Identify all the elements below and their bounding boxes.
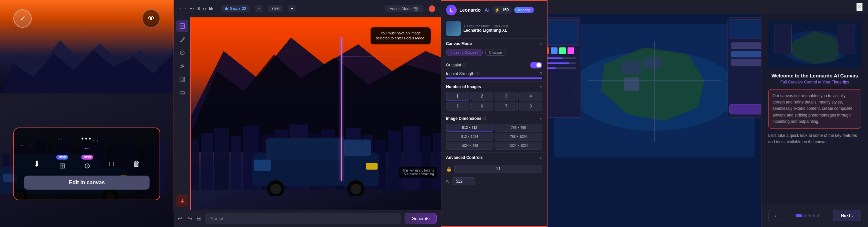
download-icon: ⬇ bbox=[33, 159, 40, 169]
svg-point-67 bbox=[271, 184, 281, 194]
redo-button[interactable]: ↪ bbox=[187, 215, 192, 222]
left-toolbar bbox=[174, 18, 191, 209]
toolbar-icons: ⬇ NEW ⊞ NEW ⊙ □ 🗑 bbox=[24, 158, 150, 170]
welcome-content: Welcome to the Leonardo AI Canvas Full C… bbox=[762, 14, 868, 204]
num-btn-2[interactable]: 2 bbox=[470, 92, 493, 100]
select-tool[interactable] bbox=[176, 20, 188, 32]
svg-rect-88 bbox=[567, 47, 574, 54]
exit-editor-button[interactable]: ← ← Exit the editor bbox=[179, 6, 216, 11]
num-btn-1[interactable]: 1 bbox=[446, 92, 469, 100]
num-images-title: Number of Images bbox=[446, 85, 481, 89]
close-button[interactable]: ✕ bbox=[856, 3, 863, 11]
pen-tool[interactable]: NEW ⊙ bbox=[84, 158, 90, 170]
panel4-welcome: ✕ bbox=[548, 0, 868, 227]
dot-5[interactable] bbox=[817, 214, 819, 217]
generate-button[interactable]: Generate bbox=[405, 213, 437, 224]
frame-tool[interactable] bbox=[176, 73, 188, 86]
svg-rect-78 bbox=[644, 57, 661, 69]
dim-btn-512x1024[interactable]: 512 × 1024 bbox=[446, 133, 493, 140]
svg-rect-48 bbox=[214, 128, 229, 190]
num-btn-3[interactable]: 3 bbox=[495, 92, 518, 100]
layers-tool[interactable] bbox=[176, 87, 188, 99]
inpaint-label: Inpaint Strength ⓘ bbox=[446, 71, 479, 76]
ellipsis-menu[interactable]: ··· bbox=[538, 7, 542, 13]
dim-btn-1024x1024[interactable]: 1024 × 1024 bbox=[495, 142, 542, 150]
zoom-minus[interactable]: − bbox=[255, 5, 263, 12]
svg-rect-62 bbox=[421, 136, 431, 190]
lock-icon[interactable]: 🔒 bbox=[446, 166, 452, 171]
welcome-right-panel: Welcome to the Leonardo AI Canvas Full C… bbox=[761, 14, 868, 227]
chevron-right-icon: › bbox=[852, 213, 854, 218]
chevron-up-2-icon: ∧ bbox=[539, 85, 542, 89]
change-mode-button[interactable]: Change bbox=[486, 49, 506, 56]
num-btn-4[interactable]: 4 bbox=[519, 92, 542, 100]
focus-label: Focus Mode bbox=[390, 6, 412, 11]
outpaint-toggle[interactable] bbox=[530, 62, 542, 68]
token-display: ⚡ 150 bbox=[492, 6, 512, 14]
num-btn-5[interactable]: 5 bbox=[446, 102, 469, 110]
focus-mode-button[interactable]: Focus Mode 📷 bbox=[385, 5, 423, 12]
filmstrip-tool[interactable]: NEW ⊞ bbox=[59, 158, 65, 170]
zoom-plus[interactable]: + bbox=[288, 5, 296, 12]
trash-tool[interactable]: 🗑 bbox=[133, 160, 140, 168]
chevron-up-3-icon: ∧ bbox=[539, 117, 542, 121]
brand-ai: .Ai bbox=[484, 7, 489, 13]
svg-rect-60 bbox=[388, 131, 401, 190]
num-btn-6[interactable]: 6 bbox=[470, 102, 493, 110]
dot-1[interactable] bbox=[796, 214, 802, 217]
pen-tool-2[interactable] bbox=[176, 60, 188, 72]
paint-tool[interactable] bbox=[176, 47, 188, 59]
advanced-controls-row: Advanced Controls ∨ bbox=[441, 153, 547, 163]
download-tool-2[interactable] bbox=[176, 195, 188, 207]
dimensions-title: Image Dimensions ⓘ bbox=[446, 116, 486, 121]
seed-input[interactable] bbox=[454, 165, 542, 173]
svg-rect-77 bbox=[621, 61, 641, 74]
svg-rect-47 bbox=[201, 133, 213, 190]
dim-btn-512x512[interactable]: 512 × 512 bbox=[446, 124, 493, 132]
check-button[interactable]: ✓ bbox=[13, 9, 32, 28]
welcome-title: Welcome to the Leonardo AI Canvas bbox=[772, 73, 858, 78]
chevron-down-icon: ∨ bbox=[539, 155, 542, 160]
next-button[interactable]: Next › bbox=[833, 210, 861, 221]
dim-btn-768x768[interactable]: 768 × 768 bbox=[495, 124, 542, 132]
dim-btn-1024x768[interactable]: 1024 × 768 bbox=[446, 142, 493, 150]
svg-rect-63 bbox=[433, 133, 441, 190]
model-subtitle: ✦ Featured Model · 1024×768 bbox=[463, 24, 542, 28]
dot-3[interactable] bbox=[808, 214, 811, 217]
num-btn-8[interactable]: 8 bbox=[519, 102, 542, 110]
token-info: This will use 6 tokens 150 tokens remain… bbox=[399, 167, 437, 178]
mode-chip[interactable]: Inpaint / Outpaint bbox=[446, 49, 483, 56]
num-btn-7[interactable]: 7 bbox=[495, 102, 518, 110]
token-count: 150 bbox=[502, 8, 509, 12]
selection-outline-horizontal bbox=[341, 56, 428, 57]
outpaint-section: Outpaint ⓘ Inpaint Strength ⓘ 1 bbox=[441, 59, 547, 82]
outpaint-info-icon: ⓘ bbox=[462, 63, 466, 68]
width-input[interactable] bbox=[452, 177, 475, 185]
model-info: ✦ Featured Model · 1024×768 Leonardo Lig… bbox=[463, 24, 542, 33]
dim-btn-768x1024[interactable]: 768 × 1024 bbox=[495, 133, 542, 140]
welcome-description-1: Our canvas editor enables you to visuall… bbox=[768, 89, 861, 129]
edit-in-canvas-button[interactable]: Edit in canvas bbox=[24, 175, 150, 190]
prompt-input[interactable] bbox=[205, 213, 401, 224]
inpaint-value: 1 bbox=[540, 71, 542, 76]
snap-control[interactable]: ⊕ Snap 32 bbox=[221, 5, 250, 12]
chevron-up-icon: ∧ bbox=[539, 41, 542, 46]
undo-button[interactable]: ↩ bbox=[178, 215, 183, 222]
svg-rect-86 bbox=[551, 47, 558, 54]
eye-button[interactable]: 👁 bbox=[142, 9, 160, 28]
crop-tool[interactable]: □ bbox=[109, 160, 114, 168]
canvas-area[interactable]: You must have an image selected to enter… bbox=[191, 18, 441, 209]
svg-rect-38 bbox=[181, 78, 184, 81]
brush-tool[interactable] bbox=[176, 33, 188, 45]
dot-4[interactable] bbox=[813, 214, 815, 217]
inpaint-slider[interactable] bbox=[446, 77, 542, 79]
download-tool[interactable]: ⬇ bbox=[33, 159, 40, 169]
welcome-description-2: Let's take a quick look at some of the k… bbox=[768, 132, 861, 145]
back-button[interactable]: ‹ bbox=[768, 210, 782, 221]
dot-2[interactable] bbox=[804, 214, 807, 217]
panel2-canvas-editor: ← ← Exit the editor ⊕ Snap 32 − 75% + Fo… bbox=[174, 0, 441, 227]
next-label: Next bbox=[841, 213, 850, 218]
svg-rect-84 bbox=[548, 21, 578, 44]
manage-button[interactable]: Manage bbox=[514, 7, 534, 13]
svg-rect-85 bbox=[548, 47, 549, 54]
